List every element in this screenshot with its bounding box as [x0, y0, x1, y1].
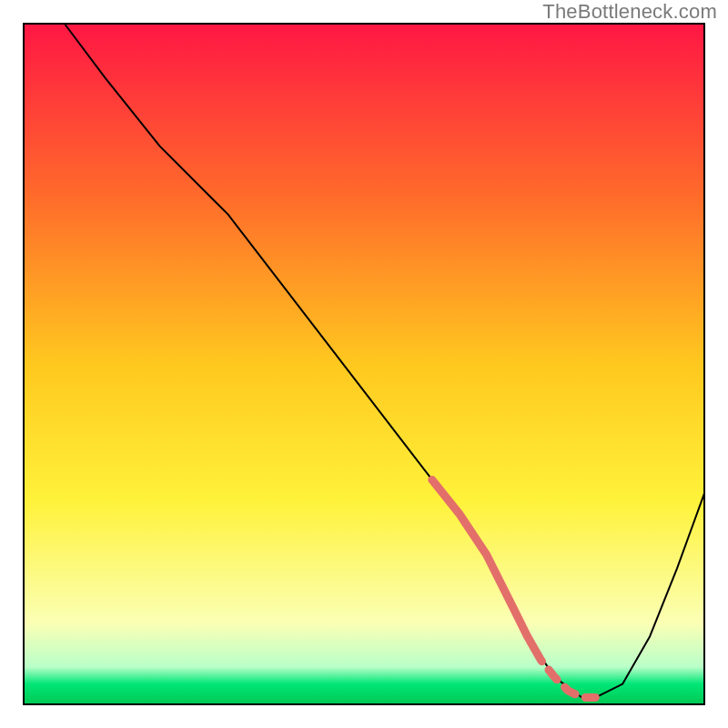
bottleneck-chart: [0, 0, 728, 728]
chart-container: TheBottleneck.com: [0, 0, 728, 728]
gradient-background: [24, 24, 704, 704]
watermark-text: TheBottleneck.com: [542, 0, 717, 24]
